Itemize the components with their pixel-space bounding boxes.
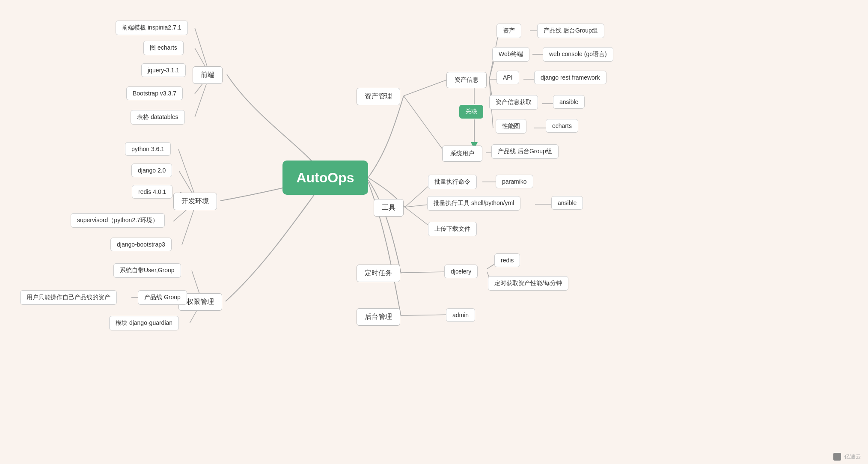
node-zc-xitong: 系统用户 bbox=[442, 146, 482, 162]
branch-dingshirenwu: 定时任务 bbox=[357, 265, 400, 282]
node-zc-info: 资产信息 bbox=[446, 72, 487, 88]
node-zc-web: Web终端 bbox=[492, 47, 529, 62]
node-gj1: 批量执行命令 bbox=[428, 175, 477, 189]
branch-gongju: 工具 bbox=[374, 199, 404, 217]
branch-kaifahuanjing: 开发环境 bbox=[173, 193, 217, 210]
node-zc-cpx: 产品线 后台Group组 bbox=[537, 24, 604, 38]
node-gj-ansible2: ansible bbox=[551, 196, 583, 210]
node-qd4: Bootstrap v3.3.7 bbox=[126, 86, 183, 100]
zichanguanli-label: 资产管理 bbox=[365, 92, 392, 101]
node-zc-drf: django rest framework bbox=[534, 71, 606, 84]
node-zc-echarts: echarts bbox=[546, 119, 578, 133]
dingshirenwu-label: 定时任务 bbox=[365, 269, 392, 278]
node-ds-djcelery: djcelery bbox=[444, 265, 478, 278]
node-qx1: 系统自带User,Group bbox=[113, 263, 181, 278]
node-qd3: jquery-3.1.1 bbox=[141, 63, 186, 77]
gongju-label: 工具 bbox=[382, 203, 395, 212]
mind-map: AutoOps 前端 开发环境 权限管理 资产管理 工具 定时任务 后台管理 前… bbox=[0, 0, 868, 464]
node-qx4: 模块 django-guardian bbox=[109, 316, 179, 330]
node-zc-info-get: 资产信息获取 bbox=[489, 95, 538, 110]
node-qx2: 产品线 Group bbox=[138, 290, 187, 305]
node-qd5: 表格 datatables bbox=[131, 110, 185, 125]
node-ds-redis: redis bbox=[494, 253, 520, 267]
watermark-text: 亿速云 bbox=[844, 453, 861, 461]
node-qd2: 图 echarts bbox=[143, 41, 184, 55]
node-kf2: django 2.0 bbox=[131, 164, 172, 177]
node-zc-zichan: 资产 bbox=[496, 24, 521, 38]
node-kf3: redis 4.0.1 bbox=[132, 185, 172, 199]
node-qx3: 用户只能操作自己产品线的资产 bbox=[20, 290, 117, 305]
node-qd1: 前端模板 inspinia2.7.1 bbox=[116, 21, 188, 35]
svg-line-15 bbox=[404, 96, 445, 153]
node-zc-api: API bbox=[496, 71, 519, 84]
branch-zichanguanli: 资产管理 bbox=[357, 88, 400, 105]
watermark: 亿速云 bbox=[833, 453, 861, 461]
node-zc-sys-cpx: 产品线 后台Group组 bbox=[491, 144, 559, 159]
node-kf1: python 3.6.1 bbox=[125, 142, 171, 156]
node-ds-perf: 定时获取资产性能/每分钟 bbox=[488, 276, 568, 291]
node-zc-console: web console (go语言) bbox=[543, 47, 613, 62]
node-kf4: supervisord（python2.7环境） bbox=[71, 213, 165, 228]
branch-qianduan: 前端 bbox=[193, 66, 223, 84]
node-ht-admin: admin bbox=[446, 308, 475, 322]
quanxianguanli-label: 权限管理 bbox=[187, 297, 214, 306]
node-gj-paramiko: paramiko bbox=[496, 175, 533, 188]
node-guanlian: 关联 bbox=[459, 105, 483, 119]
node-zc-perf: 性能图 bbox=[496, 119, 526, 134]
svg-line-37 bbox=[401, 315, 452, 315]
center-label: AutoOps bbox=[296, 170, 354, 186]
svg-line-14 bbox=[404, 79, 449, 96]
node-zc-ansible: ansible bbox=[553, 95, 585, 109]
center-node: AutoOps bbox=[282, 161, 368, 195]
svg-line-34 bbox=[401, 272, 449, 273]
branch-houtaiguanli: 后台管理 bbox=[357, 308, 400, 326]
kaifahuanjing-label: 开发环境 bbox=[181, 197, 209, 206]
node-gj2: 批量执行工具 shell/python/yml bbox=[427, 196, 520, 211]
houtaiguanli-label: 后台管理 bbox=[365, 312, 392, 321]
node-gj3: 上传下载文件 bbox=[428, 222, 477, 236]
node-kf5: django-bootstrap3 bbox=[110, 238, 172, 251]
qianduan-label: 前端 bbox=[201, 71, 214, 80]
